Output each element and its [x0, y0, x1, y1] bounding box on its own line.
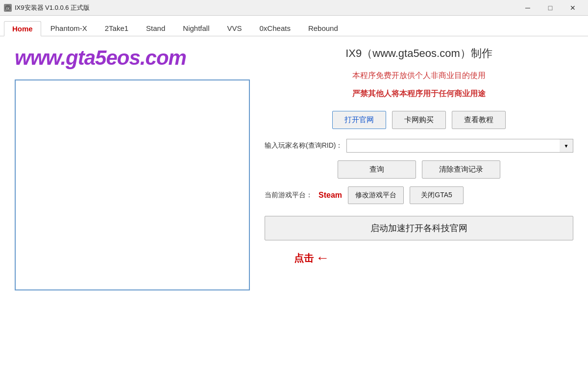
dropdown-arrow-icon[interactable]: ▼: [560, 139, 573, 153]
tab-2take1[interactable]: 2Take1: [97, 21, 137, 36]
player-input-row: 输入玩家名称(查询RID)： ▼: [265, 139, 573, 153]
clear-history-button[interactable]: 清除查询记录: [422, 160, 500, 179]
svg-text:IX: IX: [6, 6, 10, 10]
platform-label: 当前游戏平台：: [265, 191, 313, 200]
tab-rebound[interactable]: Rebound: [300, 21, 346, 36]
left-panel: www.gta5eos.com: [15, 46, 250, 356]
right-header: IX9（www.gta5eos.com）制作: [265, 46, 573, 61]
buy-button[interactable]: 卡网购买: [392, 111, 446, 129]
minimize-button[interactable]: ─: [516, 0, 539, 16]
platform-value: Steam: [318, 191, 342, 200]
tab-nightfall[interactable]: Nightfall: [174, 21, 218, 36]
player-input-combo: ▼: [346, 139, 573, 153]
notice-2: 严禁其他人将本程序用于任何商业用途: [265, 89, 573, 99]
click-hint-text: 点击: [294, 252, 314, 265]
tab-0xcheats[interactable]: 0xCheats: [251, 21, 299, 36]
close-gta5-button[interactable]: 关闭GTA5: [410, 186, 464, 204]
app-title: IX9安装器 V1.0.0.6 正式版: [15, 3, 90, 12]
notice-1: 本程序免费开放供个人非商业目的使用: [265, 71, 573, 81]
open-site-button[interactable]: 打开官网: [332, 111, 386, 129]
input-label: 输入玩家名称(查询RID)：: [265, 141, 343, 150]
tab-vvs[interactable]: VVS: [219, 21, 250, 36]
tab-bar: HomePhantom-X2Take1StandNightfallVVS0xCh…: [0, 16, 588, 36]
query-button[interactable]: 查询: [338, 160, 416, 179]
close-button[interactable]: ✕: [562, 0, 584, 16]
tab-phantom-x[interactable]: Phantom-X: [42, 21, 96, 36]
main-content: www.gta5eos.com IX9（www.gta5eos.com）制作 本…: [0, 36, 588, 366]
window-controls: ─ □ ✕: [516, 0, 584, 16]
tab-stand[interactable]: Stand: [138, 21, 173, 36]
click-arrow-icon: ←: [316, 250, 329, 266]
changelog-box[interactable]: [15, 79, 250, 290]
click-hint: 点击 ←: [265, 250, 573, 266]
tab-home[interactable]: Home: [4, 21, 41, 36]
platform-row: 当前游戏平台： Steam 修改游戏平台 关闭GTA5: [265, 186, 573, 204]
query-row: 查询 清除查询记录: [265, 160, 573, 179]
launch-button[interactable]: 启动加速打开各科技官网: [265, 216, 573, 240]
title-bar-left: IX IX9安装器 V1.0.0.6 正式版: [4, 3, 90, 12]
app-icon: IX: [4, 4, 12, 12]
modify-platform-button[interactable]: 修改游戏平台: [348, 186, 404, 204]
action-buttons: 打开官网 卡网购买 查看教程: [265, 111, 573, 129]
tutorial-button[interactable]: 查看教程: [452, 111, 506, 129]
maximize-button[interactable]: □: [539, 0, 562, 16]
site-title: www.gta5eos.com: [15, 46, 250, 70]
player-name-input[interactable]: [346, 139, 560, 153]
right-panel: IX9（www.gta5eos.com）制作 本程序免费开放供个人非商业目的使用…: [265, 46, 573, 356]
title-bar: IX IX9安装器 V1.0.0.6 正式版 ─ □ ✕: [0, 0, 588, 16]
